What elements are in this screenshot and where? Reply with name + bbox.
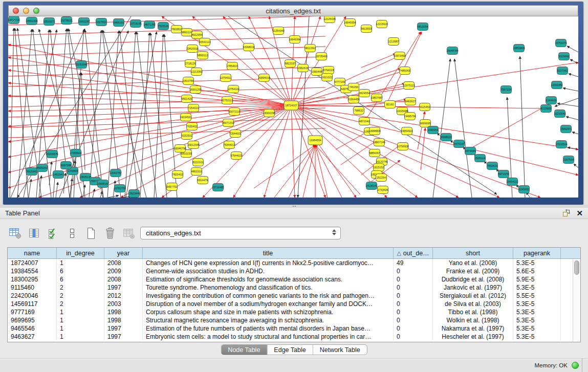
table-row[interactable]: 1872400712008Changes of HCN gene express… (8, 259, 573, 267)
graph-node[interactable]: 6479197 (454, 140, 465, 148)
graph-node[interactable]: 1615152 (374, 164, 384, 171)
graph-node[interactable]: 8471676 (498, 170, 509, 178)
memory-status-icon[interactable] (572, 362, 579, 369)
graph-node[interactable]: 1213987 (388, 38, 399, 46)
column-header-in_degree[interactable]: in_degree (57, 248, 104, 258)
table-row[interactable]: 946362711997Embryonic stem cells: a mode… (8, 333, 573, 341)
destroy-table-disabled-button[interactable] (122, 226, 136, 240)
graph-edge[interactable] (555, 98, 578, 106)
graph-node[interactable]: 10719195 (129, 20, 142, 28)
graph-node[interactable]: 17016504 (555, 141, 568, 148)
table-settings-button[interactable] (8, 226, 23, 240)
graph-node[interactable]: 15692971 (560, 125, 572, 133)
column-header-short[interactable]: short (433, 248, 513, 258)
graph-node[interactable]: 746266 (349, 83, 359, 91)
graph-edge[interactable] (566, 117, 578, 120)
close-panel-icon[interactable]: ✕ (576, 209, 583, 217)
graph-node[interactable]: 6822037 (285, 60, 296, 68)
graph-node[interactable]: 9611392 (305, 45, 316, 52)
graph-node[interactable]: 22068018 (243, 43, 255, 51)
graph-node[interactable]: 16542113 (199, 38, 210, 46)
graph-node[interactable]: 8912954 (192, 31, 203, 39)
graph-edge[interactable] (557, 103, 578, 106)
graph-node[interactable]: 9890112 (198, 52, 208, 59)
graph-node[interactable]: 11254349 (272, 27, 284, 35)
graph-edge[interactable] (126, 32, 157, 198)
graph-node[interactable]: 19654923 (401, 127, 413, 135)
graph-node[interactable]: 7485063 (400, 67, 410, 75)
graph-edge[interactable] (8, 96, 291, 105)
graph-edge[interactable] (315, 145, 328, 198)
table-row[interactable]: 969969511998Structural magnetic resonanc… (8, 316, 573, 324)
graph-node[interactable]: 18301255 (189, 86, 202, 94)
graph-node[interactable]: 1621022 (322, 74, 333, 81)
graph-node[interactable]: 6794023 (323, 67, 334, 74)
graph-node[interactable]: 7832621 (487, 162, 498, 170)
graph-node[interactable]: 16649394 (289, 36, 301, 43)
graph-node[interactable]: 72544021 (229, 130, 242, 138)
graph-edge[interactable] (125, 32, 136, 198)
graph-edge[interactable] (140, 33, 149, 198)
graph-node[interactable]: 10853809 (513, 45, 525, 52)
graph-node[interactable]: 82160 (385, 101, 396, 108)
graph-edge[interactable] (563, 88, 578, 91)
graph-node[interactable]: 12923446 (128, 190, 140, 198)
graph-node[interactable]: 798632 (354, 107, 364, 115)
graph-edge[interactable] (356, 69, 401, 83)
graph-node[interactable]: 1527602 (96, 18, 107, 26)
graph-node[interactable]: 1562615 (298, 64, 309, 72)
graph-edge[interactable] (10, 28, 14, 198)
graph-node[interactable]: 2718126 (185, 60, 196, 68)
graph-edge[interactable] (89, 30, 101, 198)
graph-edge[interactable] (154, 34, 163, 198)
graph-node[interactable]: 10973493 (394, 52, 406, 60)
graph-node[interactable]: 2935114 (475, 155, 486, 162)
resize-grip-icon[interactable] (8, 16, 16, 25)
graph-node[interactable]: 13754011 (220, 74, 231, 82)
graph-edge[interactable] (8, 36, 325, 46)
graph-node[interactable]: 1810755 (183, 77, 194, 85)
graph-edge[interactable] (469, 107, 543, 149)
graph-node[interactable]: 93072110 (228, 108, 240, 116)
graph-edge[interactable] (289, 145, 315, 198)
graph-node[interactable]: 9463627 (405, 98, 416, 105)
graph-node[interactable]: 1733426 (378, 186, 388, 194)
split-pane-handle-icon[interactable] (292, 205, 296, 207)
graph-node[interactable]: 9860124 (182, 29, 192, 36)
graph-node[interactable]: 6813054 (418, 23, 428, 31)
graph-node[interactable]: 7557224 (501, 86, 512, 94)
graph-node[interactable]: 36071310 (222, 119, 234, 127)
graph-node[interactable]: 9329966 (559, 53, 570, 60)
graph-node[interactable]: 97544023 (230, 152, 243, 160)
graph-node[interactable]: 1167534 (563, 156, 574, 164)
graph-edge[interactable] (81, 73, 85, 170)
toggle-panels-button[interactable] (65, 226, 79, 240)
graph-node[interactable]: 15716485 (212, 184, 224, 191)
graph-edge[interactable] (568, 147, 578, 149)
float-panel-icon[interactable] (562, 209, 570, 217)
graph-node[interactable]: 10958167 (97, 180, 109, 188)
graph-edge[interactable] (93, 189, 95, 198)
graph-node[interactable]: 10533271 (43, 18, 55, 26)
graph-node[interactable]: 12093382 (551, 81, 563, 89)
graph-node[interactable]: 8215955 (541, 105, 552, 113)
graph-node[interactable]: 9474444 (465, 147, 476, 155)
graph-node[interactable]: 9115460 (420, 103, 430, 111)
graph-node[interactable]: 12042757 (110, 169, 122, 177)
graph-edge[interactable] (569, 74, 578, 77)
graph-node[interactable]: 20153346 (75, 61, 88, 69)
graph-node[interactable]: 14136141 (365, 182, 378, 190)
graph-node[interactable]: 8938923 (441, 134, 452, 141)
graph-edge[interactable] (291, 105, 356, 198)
graph-node[interactable]: 18724007 (284, 101, 298, 110)
graph-node[interactable]: 12213363 (190, 68, 203, 76)
graph-edge[interactable] (228, 16, 497, 194)
graph-edge[interactable] (8, 105, 291, 142)
graph-node[interactable]: 8505051 (37, 164, 48, 172)
table-row[interactable]: 946554611997Estimation of the future num… (8, 324, 573, 333)
graph-node[interactable]: 12215919 (376, 20, 388, 28)
graph-node[interactable]: 20206576 (46, 150, 58, 158)
graph-node[interactable]: 9245652 (519, 186, 530, 193)
create-table-button[interactable] (84, 226, 98, 240)
graph-edge[interactable] (8, 105, 291, 188)
